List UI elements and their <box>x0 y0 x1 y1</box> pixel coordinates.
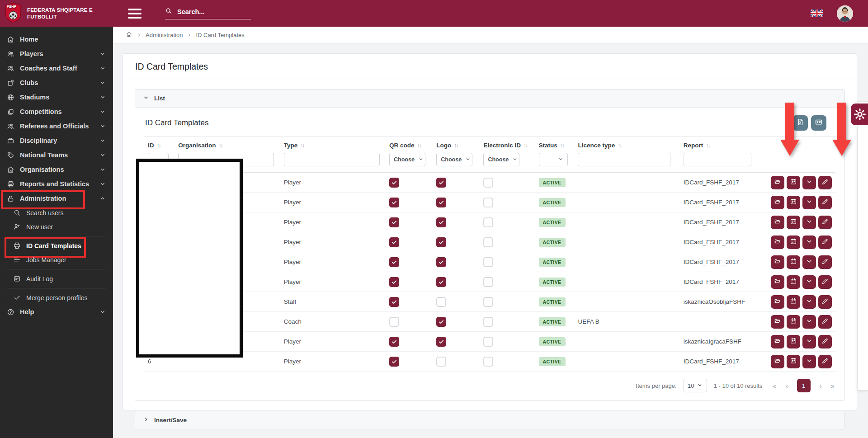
expand-button[interactable] <box>802 315 816 329</box>
schedule-button[interactable] <box>787 216 800 229</box>
checkbox-unchecked[interactable] <box>483 198 493 207</box>
column-header-organisation[interactable]: Organisation↑↓ <box>175 137 280 152</box>
settings-gear-button[interactable] <box>851 104 868 125</box>
expand-button[interactable] <box>802 295 816 309</box>
search-input[interactable]: Search... <box>165 7 251 19</box>
checkbox-checked[interactable] <box>436 217 446 227</box>
checkbox-unchecked[interactable] <box>483 178 493 188</box>
expand-button[interactable] <box>802 216 816 229</box>
checkbox-unchecked[interactable] <box>483 297 493 307</box>
checkbox-checked[interactable] <box>436 337 446 347</box>
open-button[interactable] <box>771 196 784 209</box>
edit-button[interactable] <box>818 216 832 229</box>
column-header-status[interactable]: Status↑↓ <box>535 137 575 152</box>
schedule-button[interactable] <box>787 235 800 249</box>
expand-button[interactable] <box>802 235 816 249</box>
schedule-button[interactable] <box>787 335 800 349</box>
sidebar-item-competitions[interactable]: Competitions <box>0 104 113 119</box>
checkbox-checked[interactable] <box>389 257 399 267</box>
filter-select-electronic-id[interactable]: Choose <box>483 153 519 166</box>
checkbox-unchecked[interactable] <box>436 357 446 367</box>
open-button[interactable] <box>771 355 784 368</box>
open-button[interactable] <box>771 176 784 189</box>
column-header-id[interactable]: ID↑↓ <box>144 137 175 152</box>
schedule-button[interactable] <box>787 255 800 269</box>
checkbox-unchecked[interactable] <box>436 297 446 307</box>
sidebar-item-national-teams[interactable]: National Teams <box>0 148 113 162</box>
open-button[interactable] <box>771 235 784 249</box>
edit-button[interactable] <box>818 335 832 349</box>
column-header-report[interactable]: Report↑↓ <box>680 137 761 152</box>
sidebar-item-new-user[interactable]: New user <box>0 220 113 234</box>
sidebar-item-help[interactable]: Help <box>0 305 113 319</box>
sidebar-item-home[interactable]: Home <box>0 32 113 47</box>
sidebar-item-players[interactable]: Players <box>0 47 113 61</box>
sidebar-item-reports-and-statistics[interactable]: Reports and Statistics <box>0 177 113 191</box>
checkbox-unchecked[interactable] <box>483 217 493 227</box>
filter-select-qr-code[interactable]: Choose <box>389 153 425 166</box>
open-button[interactable] <box>771 216 784 229</box>
page-size-select[interactable]: 10 <box>684 379 707 392</box>
filter-select-status[interactable] <box>539 153 568 166</box>
checkbox-unchecked[interactable] <box>483 337 493 347</box>
checkbox-checked[interactable] <box>389 297 399 307</box>
checkbox-checked[interactable] <box>389 217 399 227</box>
checkbox-checked[interactable] <box>389 198 399 207</box>
column-header-logo[interactable]: Logo↑↓ <box>433 137 480 152</box>
sidebar-item-disciplinary[interactable]: Disciplinary <box>0 133 113 148</box>
export-excel-button[interactable] <box>793 115 808 131</box>
sidebar-item-merge-person-profiles[interactable]: Merge person profiles <box>0 291 113 305</box>
list-panel-header[interactable]: List <box>135 89 844 108</box>
checkbox-checked[interactable] <box>436 317 446 327</box>
expand-button[interactable] <box>802 176 816 189</box>
filter-select-logo[interactable]: Choose <box>436 153 472 166</box>
filter-input-licence-type[interactable] <box>578 153 670 166</box>
edit-button[interactable] <box>818 295 832 309</box>
checkbox-unchecked[interactable] <box>483 357 493 367</box>
checkbox-unchecked[interactable] <box>483 237 493 247</box>
checkbox-checked[interactable] <box>389 178 399 188</box>
sidebar-item-jobs-manager[interactable]: Jobs Manager <box>0 253 113 267</box>
checkbox-unchecked[interactable] <box>483 257 493 267</box>
schedule-button[interactable] <box>787 176 800 189</box>
edit-button[interactable] <box>818 355 832 368</box>
expand-button[interactable] <box>802 196 816 209</box>
checkbox-checked[interactable] <box>436 237 446 247</box>
edit-button[interactable] <box>818 275 832 289</box>
checkbox-checked[interactable] <box>436 178 446 188</box>
sidebar-item-administration[interactable]: Administration <box>0 191 113 206</box>
sidebar-item-coaches-and-staff[interactable]: Coaches and Staff <box>0 61 113 75</box>
checkbox-checked[interactable] <box>389 277 399 287</box>
expand-button[interactable] <box>802 255 816 269</box>
sidebar-item-stadiums[interactable]: Stadiums <box>0 90 113 104</box>
sidebar-item-audit-log[interactable]: Audit Log <box>0 272 113 286</box>
sidebar-item-search-users[interactable]: Search users <box>0 206 113 220</box>
sidebar-item-id-card-templates[interactable]: ID Card Templates <box>0 239 113 253</box>
hamburger-menu-icon[interactable] <box>128 9 142 19</box>
open-button[interactable] <box>771 255 784 269</box>
edit-button[interactable] <box>818 255 832 269</box>
checkbox-unchecked[interactable] <box>389 317 399 327</box>
edit-button[interactable] <box>818 315 832 329</box>
breadcrumb-home-icon[interactable] <box>126 31 132 39</box>
language-flag-uk-icon[interactable] <box>811 9 823 17</box>
checkbox-unchecked[interactable] <box>483 277 493 287</box>
edit-button[interactable] <box>818 196 832 209</box>
checkbox-checked[interactable] <box>389 357 399 367</box>
expand-button[interactable] <box>802 335 816 349</box>
column-header-electronic-id[interactable]: Electronic ID↑↓ <box>480 137 535 152</box>
export-card-button[interactable] <box>811 115 826 131</box>
sidebar-item-referees-and-officials[interactable]: Referees and Officials <box>0 119 113 133</box>
user-avatar[interactable] <box>837 5 853 22</box>
checkbox-checked[interactable] <box>389 337 399 347</box>
checkbox-checked[interactable] <box>436 257 446 267</box>
open-button[interactable] <box>771 335 784 349</box>
checkbox-checked[interactable] <box>436 198 446 207</box>
sidebar-item-clubs[interactable]: Clubs <box>0 75 113 90</box>
expand-button[interactable] <box>802 355 816 368</box>
schedule-button[interactable] <box>787 315 800 329</box>
column-header-qr-code[interactable]: QR code↑↓ <box>386 137 433 152</box>
prev-page-button[interactable]: ‹ <box>786 382 788 390</box>
next-page-button[interactable]: › <box>820 382 822 390</box>
insert-save-panel-header[interactable]: Insert/Save <box>135 411 844 429</box>
